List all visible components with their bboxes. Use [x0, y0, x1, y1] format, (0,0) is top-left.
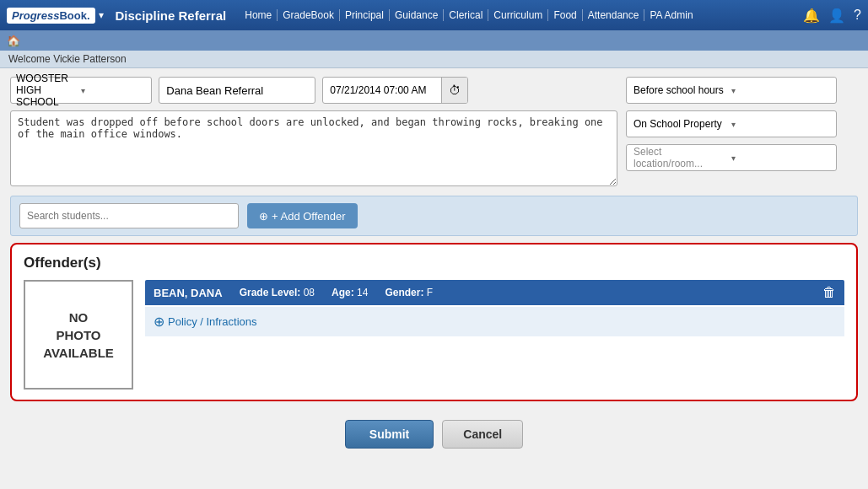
location-caret: ▾ — [731, 120, 829, 129]
nav-attendance[interactable]: Attendance — [583, 9, 645, 21]
form-inputs-row: WOOSTER HIGH SCHOOL ▾ ⏱ — [10, 77, 617, 104]
policy-row: ⊕ Policy / Infractions — [145, 307, 844, 336]
age-label: Age: — [332, 287, 354, 298]
home-bar: 🏠 — [0, 30, 868, 51]
submit-button[interactable]: Submit — [345, 420, 434, 449]
time-caret: ▾ — [731, 86, 829, 95]
offender-name: BEAN, DANA — [154, 287, 223, 299]
navbar: ProgressBook. ▾ Discipline Referral Home… — [0, 0, 868, 30]
add-offender-label: + Add Offender — [272, 210, 346, 223]
offender-grade: Grade Level: 08 — [240, 287, 315, 298]
form-cols: WOOSTER HIGH SCHOOL ▾ ⏱ Student was drop… — [10, 77, 837, 189]
nav-icons: 🔔 👤 ? — [803, 8, 861, 24]
location-dropdown[interactable]: On School Property ▾ — [626, 110, 837, 137]
bell-icon[interactable]: 🔔 — [803, 8, 820, 24]
form-right: Before school hours ▾ On School Property… — [626, 77, 837, 189]
cancel-button[interactable]: Cancel — [442, 420, 523, 449]
welcome-text: Welcome Vickie Patterson — [8, 53, 127, 65]
nav-principal[interactable]: Principal — [340, 9, 390, 21]
nav-pa-admin[interactable]: PA Admin — [644, 9, 698, 21]
time-value: Before school hours — [633, 84, 731, 96]
nav-links: Home GradeBook Principal Guidance Cleric… — [240, 9, 803, 21]
gender-value: F — [427, 287, 433, 298]
nav-home[interactable]: Home — [240, 9, 278, 21]
datetime-input[interactable] — [323, 81, 441, 99]
page-title: Discipline Referral — [116, 8, 227, 23]
form-left: WOOSTER HIGH SCHOOL ▾ ⏱ Student was drop… — [10, 77, 617, 189]
school-caret: ▾ — [81, 86, 146, 95]
location-room-placeholder: Select location/room... — [633, 146, 731, 169]
grade-value: 08 — [304, 287, 315, 298]
offenders-title: Offender(s) — [24, 255, 844, 271]
time-dropdown[interactable]: Before school hours ▾ — [626, 77, 837, 104]
main-content: WOOSTER HIGH SCHOOL ▾ ⏱ Student was drop… — [0, 68, 868, 465]
add-offender-button[interactable]: ⊕ + Add Offender — [247, 203, 358, 228]
offender-gender: Gender: F — [385, 287, 433, 298]
offender-age: Age: 14 — [332, 287, 368, 298]
nav-gradebook[interactable]: GradeBook — [278, 9, 340, 21]
welcome-bar: Welcome Vickie Patterson — [0, 51, 868, 68]
age-value: 14 — [357, 287, 368, 298]
nav-food[interactable]: Food — [548, 9, 582, 21]
help-icon[interactable]: ? — [854, 8, 861, 23]
user-icon[interactable]: 👤 — [828, 8, 845, 24]
nav-curriculum[interactable]: Curriculum — [488, 9, 548, 21]
offender-header: BEAN, DANA Grade Level: 08 Age: 14 Gende… — [145, 280, 844, 305]
search-students-input[interactable] — [19, 203, 239, 228]
logo-book: Book. — [59, 9, 89, 22]
brand-dropdown[interactable]: ▾ — [99, 9, 104, 21]
nav-clerical[interactable]: Clerical — [444, 9, 488, 21]
clock-icon[interactable]: ⏱ — [441, 78, 467, 103]
offender-photo-box: NOPHOTOAVAILABLE — [24, 280, 133, 390]
offender-info: BEAN, DANA Grade Level: 08 Age: 14 Gende… — [145, 280, 844, 336]
referral-name-input[interactable] — [159, 77, 315, 104]
nav-guidance[interactable]: Guidance — [390, 9, 444, 21]
policy-link[interactable]: Policy / Infractions — [168, 315, 257, 328]
form-top-row: WOOSTER HIGH SCHOOL ▾ ⏱ Student was drop… — [10, 77, 858, 189]
logo: ProgressBook. — [7, 8, 95, 24]
home-icon[interactable]: 🏠 — [7, 35, 20, 47]
search-bar: ⊕ + Add Offender — [10, 196, 858, 236]
location-room-caret: ▾ — [731, 153, 829, 163]
logo-progress: Progress — [12, 9, 59, 22]
gender-label: Gender: — [385, 287, 423, 298]
bottom-buttons: Submit Cancel — [10, 411, 858, 457]
school-value: WOOSTER HIGH SCHOOL — [16, 73, 81, 108]
no-photo-text: NOPHOTOAVAILABLE — [43, 309, 114, 362]
datetime-box: ⏱ — [322, 77, 468, 104]
incident-textarea[interactable]: Student was dropped off before school do… — [10, 110, 617, 186]
offender-card: NOPHOTOAVAILABLE BEAN, DANA Grade Level:… — [24, 280, 844, 390]
location-value: On School Property — [633, 118, 731, 130]
offenders-section: Offender(s) NOPHOTOAVAILABLE BEAN, DANA … — [10, 243, 858, 401]
grade-label: Grade Level: — [240, 287, 301, 298]
brand: ProgressBook. ▾ — [7, 8, 111, 24]
add-offender-icon: ⊕ — [259, 210, 268, 223]
school-select[interactable]: WOOSTER HIGH SCHOOL ▾ — [10, 77, 152, 104]
policy-expand-icon[interactable]: ⊕ — [154, 314, 164, 330]
location-room-dropdown[interactable]: Select location/room... ▾ — [626, 144, 837, 171]
offender-delete-icon[interactable]: 🗑 — [822, 285, 836, 300]
